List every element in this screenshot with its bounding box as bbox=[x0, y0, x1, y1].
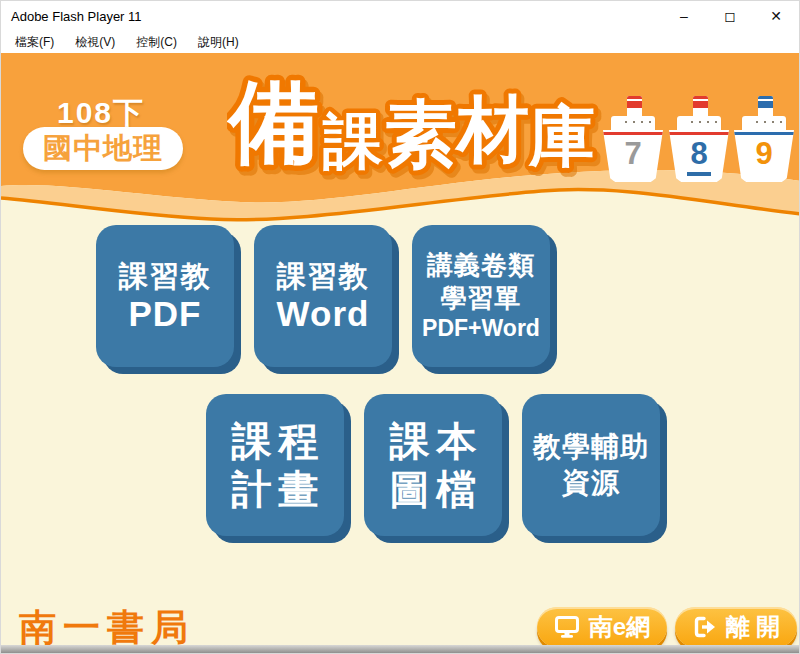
tile-label: 教學輔助 bbox=[533, 429, 649, 465]
subject-badge: 國中地理 bbox=[23, 127, 183, 170]
tile-label: 計畫 bbox=[225, 465, 326, 513]
title-char-3: 素 bbox=[385, 94, 457, 174]
menu-view[interactable]: 檢視(V) bbox=[65, 31, 125, 54]
tile-handouts-worksheets[interactable]: 講義卷類 學習單 PDF+Word bbox=[412, 225, 550, 367]
grade-7-boat[interactable]: 7 bbox=[603, 96, 663, 186]
boat-hull-icon: 7 bbox=[603, 130, 663, 182]
boat-funnel-icon bbox=[693, 96, 708, 118]
title-char-4: 材 bbox=[454, 89, 529, 169]
grade-7-number: 7 bbox=[603, 138, 663, 169]
tile-label: PDF+Word bbox=[422, 314, 540, 343]
grade-8-number: 8 bbox=[669, 138, 729, 169]
monitor-icon bbox=[554, 615, 581, 639]
grade-9-boat[interactable]: 9 bbox=[734, 96, 794, 186]
grade-9-number: 9 bbox=[734, 138, 794, 169]
tile-textbook-word[interactable]: 課習教 Word bbox=[254, 225, 392, 367]
title-char-1: 備 bbox=[227, 72, 319, 172]
window-controls: – ◻ ✕ bbox=[661, 1, 799, 31]
tile-label: 課習教 bbox=[277, 258, 370, 294]
tile-textbook-images[interactable]: 課本 圖檔 bbox=[364, 394, 502, 536]
menu-file[interactable]: 檔案(F) bbox=[5, 31, 64, 54]
tile-label: PDF bbox=[129, 294, 202, 334]
tile-label: 課習教 bbox=[119, 258, 212, 294]
publisher-logo: 南一書局 bbox=[19, 603, 195, 647]
title-char-5: 庫 bbox=[528, 99, 595, 173]
flash-stage: 108下 國中地理 備 課 素 材 庫 7 8 bbox=[1, 53, 800, 647]
boat-funnel-icon bbox=[758, 96, 773, 118]
menu-control[interactable]: 控制(C) bbox=[126, 31, 187, 54]
tile-teaching-aids[interactable]: 教學輔助 資源 bbox=[522, 394, 660, 536]
page-title: 備 課 素 材 庫 bbox=[227, 61, 599, 189]
tile-label: 講義卷類 bbox=[427, 249, 535, 282]
tile-label: 學習單 bbox=[441, 282, 522, 315]
boat-cabin-icon bbox=[677, 116, 721, 132]
tile-label: Word bbox=[277, 294, 370, 334]
window-bottom-edge bbox=[1, 645, 799, 653]
subject-label: 國中地理 bbox=[43, 129, 163, 169]
boat-stripe-icon bbox=[734, 132, 794, 135]
tile-textbook-pdf[interactable]: 課習教 PDF bbox=[96, 225, 234, 367]
boat-stripe-icon bbox=[603, 132, 663, 135]
boat-windows-icon bbox=[688, 120, 720, 124]
nanee-web-button[interactable]: 南e網 bbox=[537, 607, 667, 647]
tile-label: 課程 bbox=[225, 417, 326, 465]
boat-cabin-icon bbox=[742, 116, 786, 132]
exit-label: 離 開 bbox=[726, 611, 781, 643]
boat-cabin-icon bbox=[611, 116, 655, 132]
maximize-button[interactable]: ◻ bbox=[707, 1, 753, 31]
tile-label: 圖檔 bbox=[383, 465, 484, 513]
boat-hull-icon: 9 bbox=[734, 130, 794, 182]
flash-player-window: Adobe Flash Player 11 – ◻ ✕ 檔案(F) 檢視(V) … bbox=[0, 0, 800, 654]
exit-button[interactable]: 離 開 bbox=[675, 607, 797, 647]
close-button[interactable]: ✕ bbox=[753, 1, 799, 31]
boat-funnel-icon bbox=[627, 96, 642, 118]
exit-icon bbox=[692, 615, 718, 639]
boat-stripe-icon bbox=[669, 132, 729, 135]
boat-windows-icon bbox=[753, 120, 785, 124]
nanee-web-label: 南e網 bbox=[589, 611, 650, 643]
menubar: 檔案(F) 檢視(V) 控制(C) 說明(H) bbox=[1, 31, 799, 53]
window-title: Adobe Flash Player 11 bbox=[11, 9, 142, 24]
grade-8-boat[interactable]: 8 bbox=[669, 96, 729, 186]
menu-help[interactable]: 說明(H) bbox=[188, 31, 249, 54]
tile-label: 課本 bbox=[383, 417, 484, 465]
boat-windows-icon bbox=[622, 120, 654, 124]
title-char-2: 課 bbox=[322, 108, 383, 175]
tile-curriculum-plan[interactable]: 課程 計畫 bbox=[206, 394, 344, 536]
tile-label: 資源 bbox=[562, 465, 620, 501]
boat-hull-icon: 8 bbox=[669, 130, 729, 182]
minimize-button[interactable]: – bbox=[661, 1, 707, 31]
